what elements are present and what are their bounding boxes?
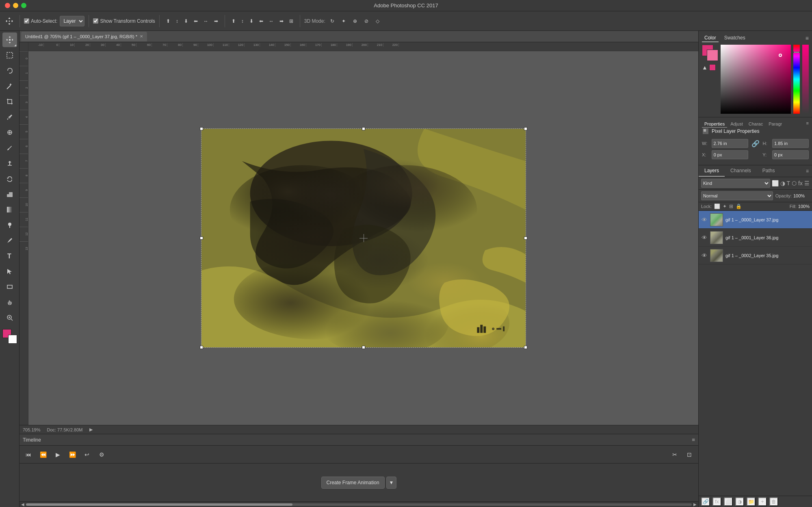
- transform-handle-topleft[interactable]: [200, 127, 203, 130]
- charac-tab[interactable]: Charac: [746, 121, 765, 128]
- swatches-tab[interactable]: Swatches: [722, 34, 748, 42]
- dist-vcenter-btn[interactable]: ↕: [239, 15, 246, 27]
- layer-group-btn[interactable]: 📁: [747, 497, 756, 506]
- maximize-button[interactable]: [21, 3, 26, 8]
- layer-visibility-toggle[interactable]: 👁: [701, 234, 708, 241]
- filter-type-btn[interactable]: T: [787, 180, 790, 186]
- gradient-tool[interactable]: [2, 202, 17, 217]
- color-selector[interactable]: [2, 329, 17, 344]
- timeline-scrollbar-track[interactable]: [26, 503, 692, 506]
- transform-handle-topcenter[interactable]: [362, 127, 365, 130]
- eyedropper-tool[interactable]: [2, 110, 17, 124]
- lock-all-btn[interactable]: 🔒: [736, 204, 742, 209]
- channels-tab[interactable]: Channels: [725, 165, 757, 177]
- paths-tab[interactable]: Paths: [757, 165, 781, 177]
- dist-left-btn[interactable]: ⬅: [257, 15, 266, 27]
- paragr-tab[interactable]: Paragr: [766, 121, 784, 128]
- timeline-collapse-btn[interactable]: ≡: [692, 437, 695, 443]
- document-tab[interactable]: Untitled1 @ 705% (gif 1 – _0000_Layer 37…: [21, 32, 147, 41]
- close-tab-icon[interactable]: ✕: [140, 34, 143, 39]
- link-proportions-icon[interactable]: 🔗: [751, 140, 760, 147]
- layer-item[interactable]: 👁 gif 1 – _0002_Layer 35.jpg: [699, 247, 812, 264]
- color-panel-menu-btn[interactable]: ≡: [806, 35, 809, 41]
- layer-adj-btn[interactable]: ◑: [735, 497, 744, 506]
- filter-shape-btn[interactable]: ⬡: [792, 180, 797, 186]
- blend-mode-select[interactable]: Normal: [701, 191, 773, 200]
- props-menu-btn[interactable]: ≡: [806, 121, 809, 128]
- lock-position-btn[interactable]: ✦: [723, 204, 727, 209]
- move-tool[interactable]: [2, 32, 17, 47]
- filter-kind-select[interactable]: Kind: [701, 179, 770, 188]
- x-input[interactable]: [712, 150, 748, 159]
- selection-tool[interactable]: [2, 48, 17, 63]
- timeline-first-frame-btn[interactable]: ⏮: [23, 449, 34, 460]
- timeline-scroll-right-btn[interactable]: ▶: [693, 502, 697, 507]
- zoom-tool[interactable]: [2, 310, 17, 325]
- background-color-swatch[interactable]: [707, 50, 718, 61]
- 3d-pan-btn[interactable]: ✦: [339, 15, 348, 27]
- healing-tool[interactable]: [2, 125, 17, 140]
- filter-smart-btn[interactable]: ☰: [804, 180, 810, 186]
- 3d-rotate-btn[interactable]: ↻: [328, 15, 337, 27]
- 3d-zoom-btn[interactable]: ⊕: [351, 15, 359, 27]
- auto-select-checkbox[interactable]: Auto-Select:: [24, 18, 57, 24]
- timeline-settings-btn[interactable]: ⚙: [96, 449, 107, 460]
- fg-bg-color-indicator[interactable]: [702, 45, 718, 61]
- align-vcenter-btn[interactable]: ↕: [173, 15, 181, 27]
- properties-tab[interactable]: Properties: [702, 121, 727, 128]
- dist-bottom-btn[interactable]: ⬇: [247, 15, 256, 27]
- lasso-tool[interactable]: [2, 63, 17, 78]
- layer-item[interactable]: 👁 gif 1 – _0000_Layer 37.jpg: [699, 211, 812, 229]
- stamp-tool[interactable]: [2, 156, 17, 171]
- color-small-swatch[interactable]: [709, 64, 716, 71]
- layer-link-btn[interactable]: 🔗: [701, 497, 710, 506]
- color-saturation-value-picker[interactable]: [721, 45, 791, 114]
- auto-select-dropdown[interactable]: Layer: [60, 16, 84, 26]
- layer-new-btn[interactable]: +: [758, 497, 767, 506]
- layer-visibility-toggle[interactable]: 👁: [701, 252, 708, 259]
- layer-fx-btn[interactable]: fx: [712, 497, 721, 506]
- canvas-area[interactable]: -10 0 10 20 30 40 50 60 70 80 90 100 110…: [19, 42, 698, 425]
- lock-artboard-btn[interactable]: ⊞: [729, 204, 733, 209]
- magic-wand-tool[interactable]: [2, 79, 17, 93]
- pen-tool[interactable]: [2, 233, 17, 248]
- filter-adj-btn[interactable]: ◑: [780, 180, 785, 186]
- adjust-tab[interactable]: Adjust: [728, 121, 745, 128]
- layer-mask-btn[interactable]: ⬜: [724, 497, 733, 506]
- dist-top-btn[interactable]: ⬆: [229, 15, 238, 27]
- dist-right-btn[interactable]: ➡: [277, 15, 286, 27]
- timeline-play-btn[interactable]: ▶: [52, 449, 63, 460]
- dist-extra-btn[interactable]: ⊞: [287, 15, 296, 27]
- transform-handle-bottomleft[interactable]: [200, 346, 203, 349]
- align-right-btn[interactable]: ➡: [212, 15, 221, 27]
- layer-delete-btn[interactable]: 🗑: [769, 497, 778, 506]
- align-left-btn[interactable]: ⬅: [191, 15, 200, 27]
- 3d-light-btn[interactable]: ◇: [373, 15, 382, 27]
- width-input[interactable]: [712, 139, 748, 148]
- shape-tool[interactable]: [2, 280, 17, 294]
- alpha-strip[interactable]: [802, 45, 809, 114]
- layer-visibility-toggle[interactable]: 👁: [701, 217, 708, 223]
- timeline-prev-frame-btn[interactable]: ⏪: [37, 449, 49, 460]
- timeline-clip-btn[interactable]: ✂: [669, 449, 680, 460]
- history-brush-tool[interactable]: [2, 171, 17, 186]
- transform-handle-bottomright[interactable]: [524, 346, 527, 349]
- layers-menu-btn[interactable]: ≡: [803, 167, 812, 176]
- transform-handle-bottomcenter[interactable]: [362, 346, 365, 349]
- create-animation-dropdown-btn[interactable]: ▼: [386, 477, 397, 489]
- show-transform-checkbox[interactable]: Show Transform Controls: [93, 18, 155, 24]
- eraser-tool[interactable]: [2, 187, 17, 202]
- hue-strip[interactable]: [793, 45, 800, 114]
- timeline-scroll-left-btn[interactable]: ◀: [21, 502, 24, 507]
- filter-effects-btn[interactable]: fx: [798, 180, 803, 186]
- canvas-image-area[interactable]: [201, 128, 526, 348]
- transform-handle-topright[interactable]: [524, 127, 527, 130]
- crop-tool[interactable]: [2, 94, 17, 109]
- create-frame-animation-btn[interactable]: Create Frame Animation: [321, 477, 385, 489]
- height-input[interactable]: [772, 139, 809, 148]
- brush-tool[interactable]: [2, 141, 17, 155]
- layer-item[interactable]: 👁 gif 1 – _0001_Layer 36.jpg: [699, 229, 812, 247]
- align-top-btn[interactable]: ⬆: [164, 15, 173, 27]
- transform-handle-middleleft[interactable]: [200, 236, 203, 240]
- color-tab[interactable]: Color: [702, 34, 719, 42]
